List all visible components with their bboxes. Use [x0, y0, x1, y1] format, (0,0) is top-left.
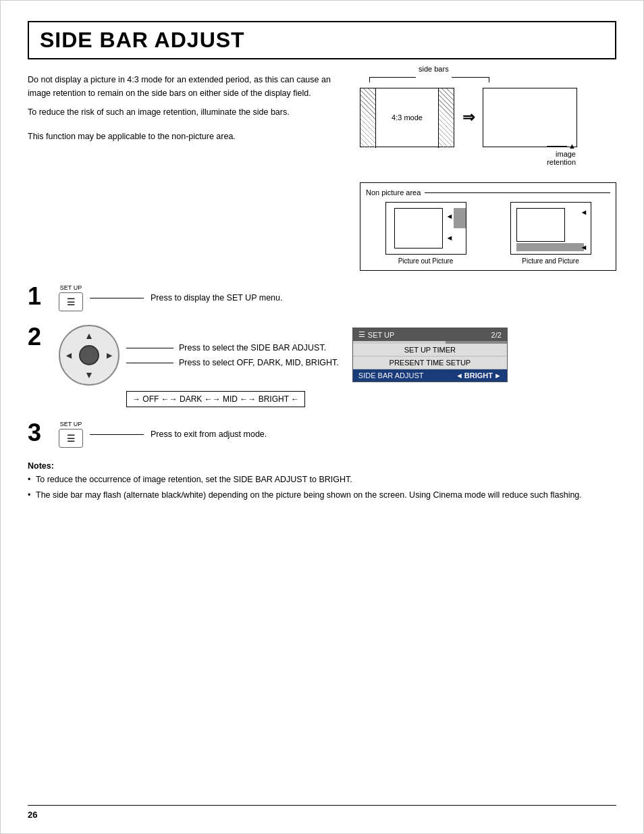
diagram-43-box: 4:3 mode: [360, 88, 454, 147]
step-3-line: [90, 434, 144, 435]
pic-out-diagram: ◄ ◄ Picture out Picture: [385, 202, 466, 265]
dpad-left-icon: ◄: [64, 350, 74, 361]
menu-icon: ☰: [358, 330, 365, 339]
step-1-button-icon: ☰: [59, 292, 83, 311]
arrow-sequence: → OFF ←→ DARK ←→ MID ←→ BRIGHT ←: [126, 391, 305, 407]
non-picture-diagram: Non picture area ◄ ◄: [360, 182, 616, 271]
step-1-icon: SET UP ☰: [59, 284, 83, 311]
step-3-number: 3: [28, 421, 48, 445]
page-title: SIDE BAR ADJUST: [40, 28, 604, 53]
diagrams-right: side bars 4:3 mode: [360, 73, 616, 271]
pic-and-label: Picture and Picture: [522, 257, 579, 265]
menu-header: ☰ SET UP 2/2: [353, 328, 507, 341]
dpad-area: ▲ ▼ ◄ ► Press to select the SIDE BAR ADJ…: [59, 325, 339, 407]
step-3-button-icon: ☰: [59, 429, 83, 448]
step-2-instruction2: Press to select OFF, DARK, MID, BRIGHT.: [179, 358, 339, 367]
step-1-line: [90, 298, 144, 298]
step-3-instruction: Press to exit from adjust mode.: [151, 429, 267, 439]
dpad-down-icon: ▼: [84, 369, 94, 380]
step-2: 2 ▲ ▼ ◄ ►: [28, 325, 616, 407]
intro-text: Do not display a picture in 4:3 mode for…: [28, 73, 346, 271]
step-3: 3 SET UP ☰ Press to exit from adjust mod…: [28, 421, 616, 448]
menu-item-setup-timer: SET UP TIMER: [353, 344, 507, 357]
dpad-up-icon: ▲: [84, 330, 94, 341]
dpad-right-icon: ►: [105, 350, 114, 361]
chevron-left-icon: ◄: [456, 371, 463, 380]
steps-section: 1 SET UP ☰ Press to display the SET UP m…: [28, 284, 616, 448]
step-2-instruction1: Press to select the SIDE BAR ADJUST.: [179, 343, 326, 353]
menu-header-title: SET UP: [368, 331, 395, 339]
step-1-instruction: Press to display the SET UP menu.: [151, 293, 282, 303]
step-2-content: ▲ ▼ ◄ ► Press to select the SIDE BAR ADJ…: [59, 325, 616, 407]
menu-item-side-bar: SIDE BAR ADJUST ◄ BRIGHT ►: [353, 369, 507, 382]
page: SIDE BAR ADJUST Do not display a picture…: [0, 0, 644, 834]
step-3-setup-label: SET UP: [60, 421, 82, 427]
step-2-line1: [126, 348, 173, 348]
notes-section: Notes: To reduce the occurrence of image…: [28, 461, 616, 502]
page-number: 26: [28, 810, 37, 820]
chevron-right-icon: ►: [494, 371, 502, 380]
side-bars-label: side bars: [419, 65, 449, 73]
note-item-2: The side bar may flash (alternate black/…: [28, 489, 616, 502]
notes-title: Notes:: [28, 461, 616, 471]
image-retention-annotation: ▲ imageretention: [547, 142, 576, 166]
dpad-icon: ▲ ▼ ◄ ►: [59, 325, 119, 386]
step-1-content: SET UP ☰ Press to display the SET UP men…: [59, 284, 616, 311]
step-1-setup-label: SET UP: [60, 284, 82, 291]
step-3-icon: SET UP ☰: [59, 421, 83, 448]
pic-and-diagram: ◄ ◄ Picture and Picture: [510, 202, 591, 265]
pic-out-label: Picture out Picture: [398, 257, 454, 265]
step-2-line2: [126, 363, 173, 363]
note-item-1: To reduce the occurrence of image retent…: [28, 473, 616, 486]
non-picture-label: Non picture area: [366, 188, 421, 197]
arrow-sequence-wrapper: → OFF ←→ DARK ←→ MID ←→ BRIGHT ←: [126, 391, 339, 407]
step-1: 1 SET UP ☰ Press to display the SET UP m…: [28, 284, 616, 311]
menu-value-bright: ◄ BRIGHT ►: [456, 371, 502, 380]
mode-43-label: 4:3 mode: [392, 113, 423, 122]
result-diagram: ▲ imageretention: [483, 88, 577, 147]
content-top: Do not display a picture in 4:3 mode for…: [28, 73, 616, 271]
intro-paragraph2: To reduce the risk of such an image rete…: [28, 105, 346, 119]
image-retention-label: imageretention: [547, 150, 576, 166]
intro-paragraph3: This function may be applicable to the n…: [28, 130, 346, 143]
step-1-number: 1: [28, 284, 48, 309]
menu-box: ☰ SET UP 2/2 SET UP TIMER PRESENT TIME: [352, 328, 508, 382]
step-2-instructions: Press to select the SIDE BAR ADJUST. Pre…: [126, 343, 339, 367]
step-3-content: SET UP ☰ Press to exit from adjust mode.: [59, 421, 616, 448]
intro-paragraph1: Do not display a picture in 4:3 mode for…: [28, 73, 346, 100]
step-2-number: 2: [28, 325, 48, 349]
arrow-right-icon: ⇒: [462, 109, 475, 126]
arrow-seq-text: → OFF ←→ DARK ←→ MID ←→ BRIGHT ←: [132, 394, 299, 404]
menu-item-present-time: PRESENT TIME SETUP: [353, 357, 507, 369]
title-box: SIDE BAR ADJUST: [28, 21, 616, 59]
footer: 26: [28, 805, 616, 820]
menu-page: 2/2: [491, 331, 502, 339]
